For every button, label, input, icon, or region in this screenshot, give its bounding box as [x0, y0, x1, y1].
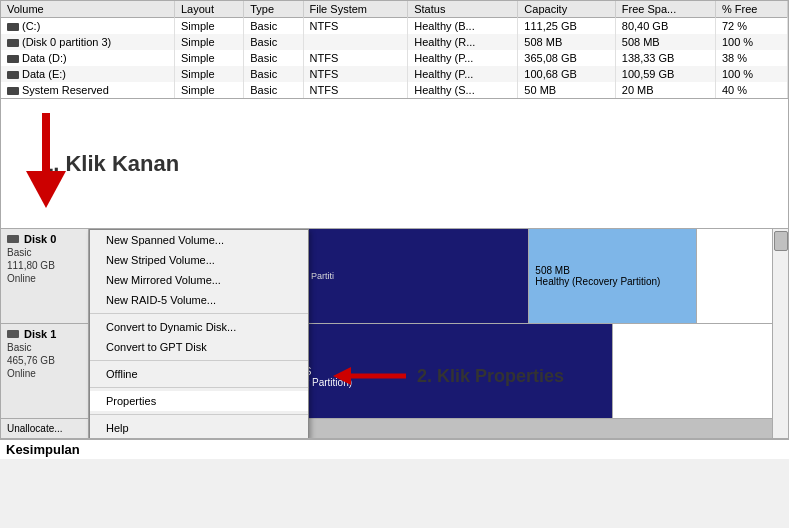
disk-1-size: 465,76 GB [7, 355, 82, 366]
table-row[interactable]: (Disk 0 partition 3)SimpleBasicHealthy (… [1, 34, 788, 50]
disk-1-type: Basic [7, 342, 82, 353]
col-pctfree: % Free [715, 1, 787, 18]
menu-separator [90, 387, 308, 388]
menu-item-new-spanned-volume-[interactable]: New Spanned Volume... [90, 230, 308, 250]
disk-graphical-view: Disk 0 Basic 111,80 GB Online Page File,… [0, 229, 789, 439]
annotation-2-text: 2. Klik Properties [417, 366, 564, 387]
menu-item-properties[interactable]: Properties [90, 391, 308, 411]
volume-icon [7, 87, 19, 95]
disk-0-row: Disk 0 Basic 111,80 GB Online Page File,… [1, 229, 788, 324]
menu-item-new-mirrored-volume-[interactable]: New Mirrored Volume... [90, 270, 308, 290]
menu-item-new-raid-5-volume-[interactable]: New RAID-5 Volume... [90, 290, 308, 310]
scrollbar[interactable] [772, 229, 788, 438]
col-volume: Volume [1, 1, 174, 18]
svg-marker-1 [26, 171, 66, 208]
annotation-2-container: 2. Klik Properties [331, 362, 564, 390]
footer-text: Kesimpulan [6, 442, 80, 457]
menu-item-offline[interactable]: Offline [90, 364, 308, 384]
menu-separator [90, 313, 308, 314]
menu-item-new-striped-volume-[interactable]: New Striped Volume... [90, 250, 308, 270]
disk-0-type: Basic [7, 247, 82, 258]
disk-0-p2-status: Healthy (Recovery Partition) [535, 276, 690, 287]
disk-rows: Disk 0 Basic 111,80 GB Online Page File,… [1, 229, 788, 438]
disk-1-name: Disk 1 [7, 328, 82, 340]
footer: Kesimpulan [0, 439, 789, 459]
col-freespace: Free Spa... [615, 1, 715, 18]
menu-separator [90, 414, 308, 415]
disk-1-label: Disk 1 Basic 465,76 GB Online [1, 324, 89, 418]
disk-0-status: Online [7, 273, 82, 284]
disk-1-icon [7, 330, 19, 338]
volume-table: Volume Layout Type File System Status Ca… [1, 1, 788, 98]
col-capacity: Capacity [518, 1, 615, 18]
disk-0-p2-size: 508 MB [535, 265, 690, 276]
menu-item-help[interactable]: Help [90, 418, 308, 438]
disk-0-size: 111,80 GB [7, 260, 82, 271]
table-row[interactable]: Data (D:)SimpleBasicNTFSHealthy (P...365… [1, 50, 788, 66]
volume-icon [7, 71, 19, 79]
menu-item-convert-to-gpt-disk[interactable]: Convert to GPT Disk [90, 337, 308, 357]
scrollbar-thumb[interactable] [774, 231, 788, 251]
volume-icon [7, 55, 19, 63]
menu-item-convert-to-dynamic-disk-[interactable]: Convert to Dynamic Disk... [90, 317, 308, 337]
context-menu: New Spanned Volume...New Striped Volume.… [89, 229, 309, 438]
volume-icon [7, 23, 19, 31]
disk-0-name: Disk 0 [7, 233, 82, 245]
disk-management-table-section: Volume Layout Type File System Status Ca… [0, 0, 789, 99]
disk-0-icon [7, 235, 19, 243]
properties-arrow-icon [331, 362, 411, 390]
col-layout: Layout [174, 1, 243, 18]
col-status: Status [408, 1, 518, 18]
volume-icon [7, 39, 19, 47]
table-row[interactable]: System ReservedSimpleBasicNTFSHealthy (S… [1, 82, 788, 98]
unallocated-label: Unallocate... [1, 419, 89, 438]
table-row[interactable]: (C:)SimpleBasicNTFSHealthy (B...111,25 G… [1, 18, 788, 35]
table-header-row: Volume Layout Type File System Status Ca… [1, 1, 788, 18]
table-row[interactable]: Data (E:)SimpleBasicNTFSHealthy (P...100… [1, 66, 788, 82]
annotation-area-1: 1. Klik Kanan [0, 99, 789, 229]
disk-0-partition-2[interactable]: 508 MB Healthy (Recovery Partition) [529, 229, 697, 323]
svg-marker-3 [333, 367, 351, 385]
disk-1-status: Online [7, 368, 82, 379]
col-type: Type [244, 1, 303, 18]
disk-0-label: Disk 0 Basic 111,80 GB Online [1, 229, 89, 323]
col-filesystem: File System [303, 1, 408, 18]
menu-separator [90, 360, 308, 361]
